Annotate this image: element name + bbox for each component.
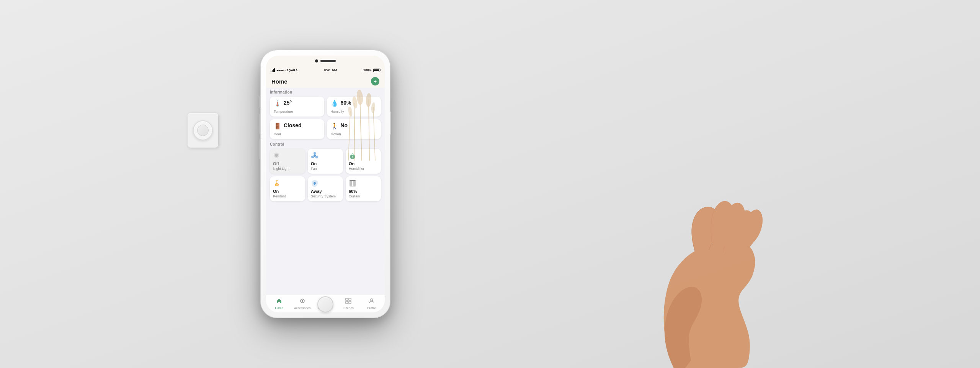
svg-point-13	[314, 152, 316, 155]
add-button[interactable]: +	[371, 77, 379, 85]
humidity-icon: 💧	[331, 100, 338, 107]
fan-icon	[311, 152, 340, 161]
door-label: Door	[274, 132, 320, 136]
temperature-tile[interactable]: 🌡️ 25° Temperature	[270, 97, 324, 117]
svg-point-34	[371, 299, 373, 301]
motion-tile[interactable]: 🚶 No Motion	[327, 119, 381, 139]
camera-dot	[315, 59, 318, 62]
night-light-label: Night Light	[273, 167, 302, 171]
home-nav-icon	[276, 298, 282, 306]
curtain-label: Curtain	[349, 194, 378, 198]
status-bar-left: ●●●●○ AQARA	[271, 68, 297, 72]
humidifier-label: Humidifier	[349, 167, 378, 171]
svg-rect-26	[353, 181, 356, 186]
scenes-nav-icon	[345, 298, 351, 306]
motion-label: Motion	[331, 132, 377, 136]
scroll-content[interactable]: Information 🌡️ 25° Temperature	[266, 88, 385, 294]
phone-body: ●●●●○ AQARA 9:41 AM 100%	[260, 50, 390, 318]
security-tile[interactable]: Away Security System	[308, 176, 343, 201]
battery-label: 100%	[363, 68, 372, 72]
door-icon: 🚪	[274, 122, 281, 130]
svg-rect-27	[350, 186, 356, 187]
info-tiles-grid: 🌡️ 25° Temperature 💧	[270, 97, 381, 139]
svg-point-21	[276, 184, 278, 186]
app-header: Home +	[266, 74, 385, 88]
speaker-grille	[320, 60, 336, 62]
nav-profile-label: Profile	[367, 306, 376, 310]
svg-rect-18	[276, 180, 278, 181]
curtain-icon	[349, 179, 378, 189]
svg-rect-31	[349, 298, 351, 301]
humidifier-icon	[349, 152, 378, 161]
humidifier-tile[interactable]: On Humidifier	[346, 149, 381, 174]
carrier-label: ●●●●○ AQARA	[276, 69, 297, 72]
nav-home-label: Home	[275, 306, 283, 310]
phone: ●●●●○ AQARA 9:41 AM 100%	[260, 50, 390, 318]
svg-rect-33	[349, 301, 351, 304]
fan-tile[interactable]: On Fan	[308, 149, 343, 174]
information-section-label: Information	[270, 90, 381, 94]
wall-device	[188, 113, 218, 148]
svg-rect-25	[350, 181, 352, 186]
pendant-tile[interactable]: On Pendant	[270, 176, 305, 201]
background-wall	[0, 0, 980, 368]
motion-value: No	[341, 122, 348, 128]
humidity-label: Humidity	[331, 110, 377, 113]
door-tile[interactable]: 🚪 Closed Door	[270, 119, 324, 139]
signal-icon	[271, 68, 275, 72]
humidity-value: 60%	[341, 100, 351, 106]
security-icon	[311, 179, 340, 189]
fan-value: On	[311, 161, 340, 166]
phone-screen: ●●●●○ AQARA 9:41 AM 100%	[266, 56, 385, 312]
phone-top	[266, 56, 385, 66]
svg-point-29	[302, 300, 303, 302]
accessories-nav-icon	[299, 298, 305, 306]
battery-icon	[373, 69, 380, 72]
svg-rect-23	[314, 184, 315, 185]
control-tiles-grid: Off Night Light	[270, 149, 381, 201]
pendant-label: Pendant	[273, 194, 302, 198]
svg-rect-32	[346, 301, 348, 304]
home-button[interactable]	[317, 296, 333, 312]
pendant-value: On	[273, 189, 302, 194]
svg-rect-19	[276, 181, 277, 183]
humidity-tile[interactable]: 💧 60% Humidity	[327, 97, 381, 117]
control-section-label: Control	[270, 142, 381, 146]
nav-accessories[interactable]: Accessories	[291, 298, 314, 310]
security-value: Away	[311, 189, 340, 194]
svg-point-11	[275, 154, 278, 157]
svg-rect-24	[350, 180, 356, 181]
profile-nav-icon	[369, 298, 375, 306]
thermometer-icon: 🌡️	[274, 100, 281, 107]
nav-scenes-label: Scenes	[343, 306, 354, 310]
status-bar-right: 100%	[363, 68, 380, 72]
motion-icon: 🚶	[331, 122, 338, 130]
fan-label: Fan	[311, 167, 340, 171]
curtain-value: 60%	[349, 189, 378, 194]
night-light-value: Off	[273, 161, 302, 166]
temperature-value: 25°	[284, 100, 292, 106]
humidifier-value: On	[349, 161, 378, 166]
temperature-label: Temperature	[274, 110, 320, 113]
nav-accessories-label: Accessories	[294, 306, 310, 310]
pendant-icon	[273, 179, 302, 189]
nav-home[interactable]: Home	[268, 298, 291, 310]
nav-profile[interactable]: Profile	[360, 298, 383, 310]
door-value: Closed	[284, 122, 302, 128]
app-title: Home	[271, 78, 287, 85]
app-content: Home + Information 🌡️ 25°	[266, 74, 385, 312]
status-bar: ●●●●○ AQARA 9:41 AM 100%	[266, 66, 385, 74]
curtain-tile[interactable]: 60% Curtain	[346, 176, 381, 201]
nav-scenes[interactable]: Scenes	[337, 298, 360, 310]
svg-point-17	[352, 156, 353, 158]
security-label: Security System	[311, 194, 340, 198]
night-light-icon	[273, 152, 302, 161]
status-time: 9:41 AM	[324, 68, 337, 72]
night-light-tile[interactable]: Off Night Light	[270, 149, 305, 174]
svg-rect-30	[346, 298, 348, 301]
